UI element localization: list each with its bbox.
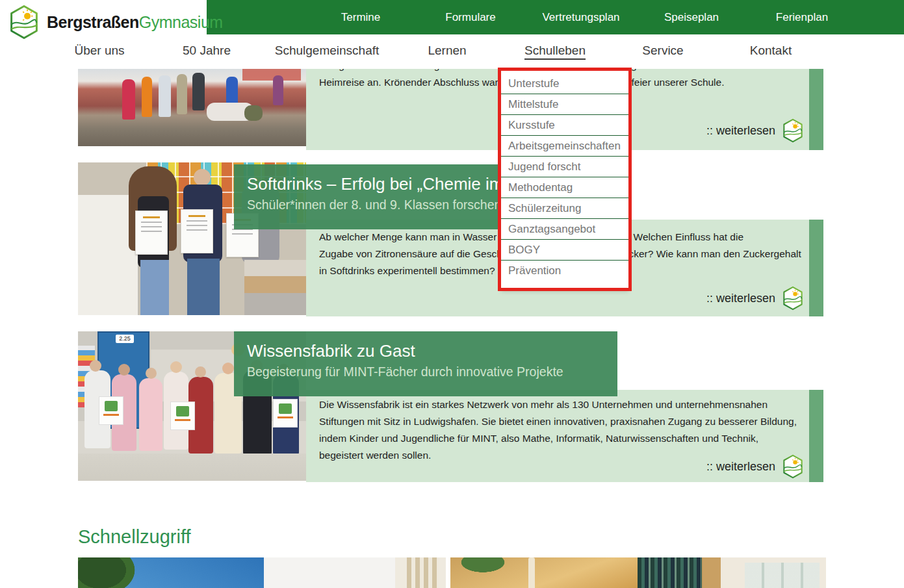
quick-tile-library[interactable] (638, 557, 826, 588)
quick-access-strip (0, 557, 904, 588)
article-3-title-block: Wissensfabrik zu Gast Begeisterung für M… (234, 331, 617, 396)
topbar-link-vertretungsplan[interactable]: Vertretungsplan (542, 0, 619, 34)
photo-shape (244, 260, 306, 315)
certificate-shape (135, 211, 168, 255)
poster-shape (99, 396, 123, 425)
dropdown-item-methodentag[interactable]: Methodentag (501, 177, 628, 198)
article-3-subtitle: Begeisterung für MINT-Fächer durch innov… (247, 364, 604, 379)
photo-shape (78, 557, 143, 588)
readmore-label: :: weiterlesen (706, 460, 775, 474)
nav-item-schulleben[interactable]: Schulleben (524, 34, 586, 69)
poster-shape (170, 402, 195, 430)
article-1-readmore-link[interactable]: :: weiterlesen (706, 118, 805, 144)
photo-shape (192, 73, 205, 110)
readmore-label: :: weiterlesen (706, 292, 775, 305)
brand-name: BergstraßenGymnasium (47, 13, 223, 32)
photo-shape (242, 69, 301, 81)
nav-item-kontakt[interactable]: Kontakt (750, 34, 792, 69)
dropdown-item-schuelerzeitung[interactable]: Schülerzeitung (501, 198, 628, 219)
photo-shape (450, 557, 522, 580)
nav-item-schulgemeinschaft[interactable]: Schulgemeinschaft (275, 34, 380, 69)
photo-shape (118, 364, 130, 376)
quick-access-heading: Schnellzugriff (78, 526, 191, 548)
logo-hexagon-icon (6, 4, 42, 40)
photo-shape (146, 368, 157, 379)
photo-shape (140, 260, 169, 315)
readmore-hexagon-icon (781, 454, 805, 479)
topbar: Termine Formulare Vertretungsplan Speise… (207, 0, 904, 34)
quick-tile-campus[interactable] (78, 557, 264, 588)
dropdown-item-arbeitsgemeinschaften[interactable]: Arbeitsgemeinschaften (501, 136, 628, 157)
article-2-readmore-link[interactable]: :: weiterlesen (706, 285, 805, 311)
photo-shape (407, 557, 438, 588)
photo-shape (222, 363, 234, 374)
dropdown-item-kursstufe[interactable]: Kursstufe (501, 115, 628, 136)
topbar-link-formulare[interactable]: Formulare (445, 0, 495, 34)
site-header: Termine Formulare Vertretungsplan Speise… (0, 0, 904, 69)
photo-shape (177, 74, 187, 114)
quick-tile-building[interactable] (264, 557, 446, 588)
article-3-accent-stripe (809, 390, 823, 482)
article-3-box: Die Wissensfabrik ist ein starkes Netzwe… (306, 390, 823, 482)
photo-shape (528, 557, 535, 588)
dropdown-item-bogy[interactable]: BOGY (501, 240, 628, 261)
photo-shape (78, 454, 306, 481)
photo-shape (142, 77, 152, 117)
article-1-photo (78, 69, 306, 146)
photo-shape (159, 75, 171, 117)
site-logo[interactable]: BergstraßenGymnasium (6, 4, 223, 40)
topbar-link-ferienplan[interactable]: Ferienplan (776, 0, 828, 34)
readmore-hexagon-icon (781, 118, 805, 144)
photo-shape (90, 360, 101, 372)
quick-tile-wood[interactable] (450, 557, 638, 588)
article-3-readmore-link[interactable]: :: weiterlesen (706, 454, 805, 479)
photo-shape (187, 259, 220, 315)
photo-shape (273, 75, 283, 105)
page-viewport: und genossen die letzten gemeinsamen Stu… (0, 0, 904, 588)
certificate-shape (181, 209, 213, 253)
nav-item-lernen[interactable]: Lernen (428, 34, 466, 69)
poster-shape (273, 399, 298, 428)
door-label: 2.25 (116, 335, 134, 343)
photo-shape (195, 366, 206, 377)
readmore-hexagon-icon (781, 285, 805, 311)
page-content: und genossen die letzten gemeinsamen Stu… (0, 0, 904, 588)
photo-shape (244, 105, 263, 121)
photo-shape (170, 361, 182, 373)
nav-item-service[interactable]: Service (642, 34, 683, 69)
readmore-label: :: weiterlesen (706, 124, 775, 138)
dropdown-item-mittelstufe[interactable]: Mittelstufe (501, 94, 628, 115)
schulleben-dropdown-menu: Unterstufe Mittelstufe Kursstufe Arbeits… (501, 69, 628, 290)
topbar-link-speiseplan[interactable]: Speiseplan (664, 0, 719, 34)
photo-shape (122, 79, 135, 120)
photo-shape (745, 563, 820, 588)
dropdown-item-jugend-forscht[interactable]: Jugend forscht (501, 157, 628, 177)
article-3-title: Wissensfabrik zu Gast (247, 341, 604, 361)
photo-shape (139, 378, 162, 451)
photo-shape (638, 557, 701, 588)
photo-shape (194, 169, 211, 186)
article-1-accent-stripe (809, 69, 823, 150)
dropdown-item-praevention[interactable]: Prävention (501, 261, 628, 281)
dropdown-item-ganztagsangebot[interactable]: Ganztagsangebot (501, 219, 628, 240)
topbar-link-termine[interactable]: Termine (341, 0, 380, 34)
article-2-accent-stripe (809, 220, 823, 316)
dropdown-item-unterstufe[interactable]: Unterstufe (501, 73, 628, 94)
